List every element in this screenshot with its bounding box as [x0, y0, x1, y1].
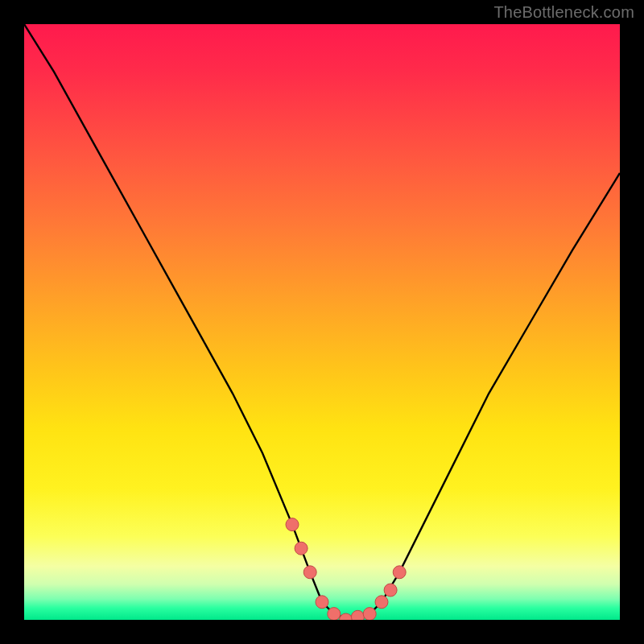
plot-area — [24, 24, 620, 620]
valley-dot — [286, 518, 299, 531]
chart-svg — [24, 24, 620, 620]
valley-dot — [393, 566, 406, 579]
outer-frame: TheBottleneck.com — [0, 0, 644, 644]
watermark-text: TheBottleneck.com — [493, 3, 634, 22]
valley-dot — [316, 596, 328, 609]
bottleneck-curve — [24, 24, 620, 620]
valley-dots-group — [286, 518, 406, 620]
valley-dot — [363, 608, 376, 620]
valley-dot — [375, 596, 388, 609]
valley-dot — [384, 584, 397, 597]
valley-dot — [303, 566, 316, 579]
valley-dot — [340, 613, 353, 620]
valley-dot — [351, 610, 364, 620]
valley-dot — [295, 542, 308, 555]
valley-dot — [328, 608, 341, 620]
